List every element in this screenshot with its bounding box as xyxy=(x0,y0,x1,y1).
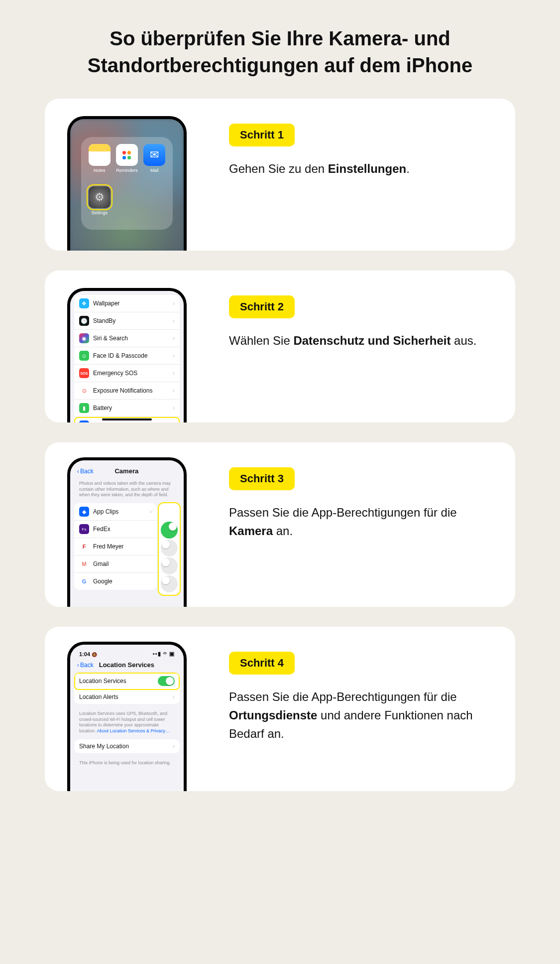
toggle-gmail[interactable] xyxy=(161,557,178,574)
step-badge: Schritt 1 xyxy=(229,124,295,146)
camera-row-appclips[interactable]: ◆App Clips› xyxy=(74,503,157,521)
phone-step4: 1:04 🔕 ▪▪▮ ⌔ ▣ ‹Back Location Services L… xyxy=(67,642,187,791)
row-label: FedEx xyxy=(93,526,152,533)
settings-icon[interactable]: ⚙︎ xyxy=(89,186,111,208)
fedex-icon: Fx xyxy=(79,524,89,534)
step-3-mock: ‹Back Camera Photos and videos taken wit… xyxy=(45,442,209,607)
settings-row-faceid[interactable]: ☺Face ID & Passcode› xyxy=(74,347,180,365)
step-2-mock: ❖Wallpaper› 🕒StandBy› ◉Siri & Search› ☺F… xyxy=(45,271,209,422)
wallpaper-icon: ❖ xyxy=(79,298,89,308)
location-alerts-row[interactable]: Location Alerts › xyxy=(74,690,180,704)
step-badge: Schritt 3 xyxy=(229,467,295,490)
app-label: Reminders xyxy=(116,168,138,173)
row-label: Fred Meyer xyxy=(93,543,152,550)
phone-step1: Notes Reminders ✉︎ Mail ⚙︎ Settings xyxy=(67,116,187,251)
chevron-right-icon: › xyxy=(173,335,175,342)
step-4-card: 1:04 🔕 ▪▪▮ ⌔ ▣ ‹Back Location Services L… xyxy=(45,627,515,791)
text: Wählen Sie xyxy=(229,334,293,347)
step-4-text: Schritt 4 Passen Sie die App-Berechtigun… xyxy=(209,627,515,791)
reminders-icon xyxy=(116,144,138,166)
battery-icon: ▮ xyxy=(79,403,89,413)
settings-list: ❖Wallpaper› 🕒StandBy› ◉Siri & Search› ☺F… xyxy=(74,295,180,422)
chevron-right-icon: › xyxy=(173,370,175,377)
chevron-right-icon: › xyxy=(150,508,152,515)
row-label: Privacy & Security xyxy=(93,422,169,422)
text-bold: Kamera xyxy=(229,524,273,538)
app-folder: Notes Reminders ✉︎ Mail ⚙︎ Settings xyxy=(81,137,173,230)
privacy-icon: ✋ xyxy=(79,420,89,422)
toggle-fred[interactable] xyxy=(161,540,178,556)
nav-bar: ‹Back Location Services xyxy=(74,658,180,673)
share-location-list: Share My Location › xyxy=(74,739,180,753)
toggle-fedex[interactable] xyxy=(161,522,178,539)
row-label: Wallpaper xyxy=(93,300,169,307)
text: Passen Sie die App-Berechtigungen für di… xyxy=(229,506,457,519)
row-label: Location Alerts xyxy=(79,693,169,700)
home-indicator xyxy=(102,418,152,420)
status-bar: 1:04 🔕 ▪▪▮ ⌔ ▣ xyxy=(74,649,180,658)
app-label: Mail xyxy=(150,168,159,173)
chevron-right-icon: › xyxy=(173,743,175,750)
gmail-icon: M xyxy=(79,559,89,569)
row-label: Siri & Search xyxy=(93,335,169,342)
row-label: Gmail xyxy=(93,560,152,567)
location-services-row[interactable]: Location Services xyxy=(74,673,180,690)
settings-row-sos[interactable]: SOSEmergency SOS› xyxy=(74,365,180,382)
app-mail: ✉︎ Mail xyxy=(142,144,167,182)
row-label: Exposure Notifications xyxy=(93,387,169,394)
status-right: ▪▪▮ ⌔ ▣ xyxy=(153,651,175,657)
settings-row-wallpaper[interactable]: ❖Wallpaper› xyxy=(74,295,180,312)
camera-app-list: ◆App Clips› FxFedEx FFred Meyer MGmail G… xyxy=(74,503,157,590)
step-description: Passen Sie die App-Berechtigungen für di… xyxy=(229,688,495,743)
standby-icon: 🕒 xyxy=(79,316,89,326)
camera-row-gmail[interactable]: MGmail xyxy=(74,555,157,573)
location-footer-note: Location Services uses GPS, Bluetooth, a… xyxy=(74,709,180,739)
about-location-link[interactable]: About Location Services & Privacy… xyxy=(97,728,170,733)
appclips-icon: ◆ xyxy=(79,507,89,517)
step-badge: Schritt 2 xyxy=(229,295,295,318)
app-label: Settings xyxy=(91,210,108,215)
bell-icon: 🔕 xyxy=(92,652,97,657)
nav-bar: ‹Back Camera xyxy=(74,464,180,479)
siri-icon: ◉ xyxy=(79,333,89,343)
settings-row-battery[interactable]: ▮Battery› xyxy=(74,400,180,417)
chevron-right-icon: › xyxy=(173,317,175,324)
step-1-mock: Notes Reminders ✉︎ Mail ⚙︎ Settings xyxy=(45,99,209,251)
phone-step2: ❖Wallpaper› 🕒StandBy› ◉Siri & Search› ☺F… xyxy=(67,288,187,422)
app-notes: Notes xyxy=(87,144,112,182)
row-label: Emergency SOS xyxy=(93,370,169,377)
camera-row-fred[interactable]: FFred Meyer xyxy=(74,538,157,555)
chevron-right-icon: › xyxy=(173,422,175,422)
settings-row-exposure[interactable]: ⊙Exposure Notifications› xyxy=(74,382,180,400)
text: Passen Sie die App-Berechtigungen für di… xyxy=(229,690,457,703)
status-time: 1:04 🔕 xyxy=(79,651,97,657)
settings-row-standby[interactable]: 🕒StandBy› xyxy=(74,312,180,330)
row-label: StandBy xyxy=(93,317,169,324)
camera-row-fedex[interactable]: FxFedEx xyxy=(74,521,157,538)
nav-title: Location Services xyxy=(77,661,177,669)
step-badge: Schritt 4 xyxy=(229,652,295,675)
chevron-right-icon: › xyxy=(173,387,175,394)
sos-icon: SOS xyxy=(79,368,89,378)
share-location-row[interactable]: Share My Location › xyxy=(74,739,180,753)
step-3-text: Schritt 3 Passen Sie die App-Berechtigun… xyxy=(209,442,515,607)
step-3-card: ‹Back Camera Photos and videos taken wit… xyxy=(45,442,515,607)
text: Gehen Sie zu den xyxy=(229,162,328,175)
google-icon: G xyxy=(79,576,89,586)
camera-note: Photos and videos taken with the camera … xyxy=(74,479,180,503)
app-label: Notes xyxy=(94,168,106,173)
toggle-google[interactable] xyxy=(161,575,178,592)
row-label: Google xyxy=(93,578,152,585)
settings-row-siri[interactable]: ◉Siri & Search› xyxy=(74,330,180,347)
toggle-highlight xyxy=(159,503,180,595)
camera-row-google[interactable]: GGoogle xyxy=(74,573,157,590)
app-reminders: Reminders xyxy=(114,144,139,182)
step-description: Wählen Sie Datenschutz und Sicherheit au… xyxy=(229,331,495,350)
faceid-icon: ☺ xyxy=(79,351,89,361)
fred-icon: F xyxy=(79,542,89,551)
row-label: Face ID & Passcode xyxy=(93,352,169,359)
text-bold: Einstellungen xyxy=(328,162,406,175)
chevron-right-icon: › xyxy=(173,352,175,359)
toggle-location-services[interactable] xyxy=(158,676,175,686)
chevron-right-icon: › xyxy=(173,693,175,700)
